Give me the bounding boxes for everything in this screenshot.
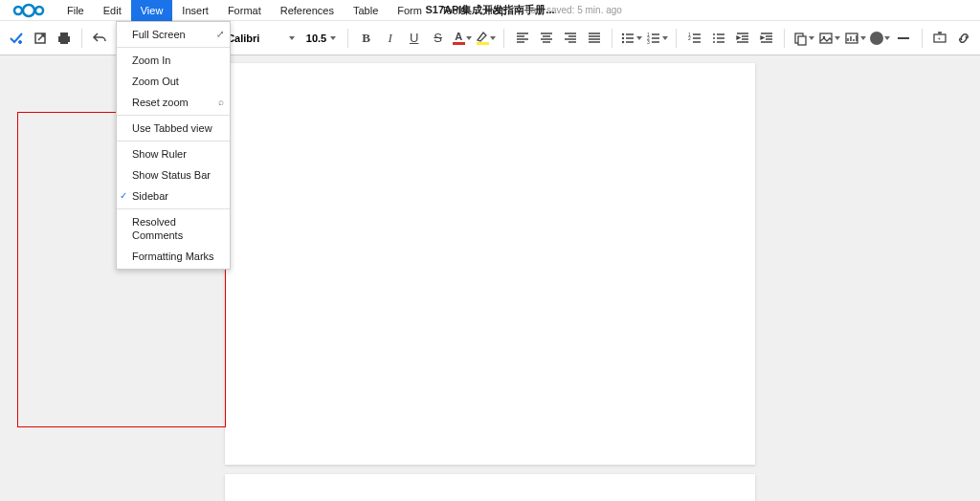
strikethrough-button[interactable]: S [428, 28, 448, 49]
svg-rect-16 [798, 36, 806, 45]
expand-icon: ⤢ [216, 28, 224, 41]
font-family-combo[interactable]: Calibri [223, 28, 299, 49]
search-icon: ⌕ [218, 96, 224, 109]
menu-resolved-comments[interactable]: Resolved Comments [117, 211, 230, 246]
align-left-button[interactable] [512, 28, 532, 49]
svg-point-12 [713, 33, 715, 35]
svg-point-5 [622, 36, 624, 38]
underline-button[interactable]: U [404, 28, 424, 49]
menu-table[interactable]: Table [344, 0, 388, 21]
ordered-list-button[interactable]: 12 [684, 28, 704, 49]
menu-use-tabbed[interactable]: Use Tabbed view [117, 118, 230, 139]
horizontal-rule-button[interactable] [894, 28, 914, 49]
menu-zoom-out[interactable]: Zoom Out [117, 71, 230, 92]
svg-point-1 [23, 5, 34, 16]
align-center-button[interactable] [536, 28, 556, 49]
print-button[interactable] [54, 28, 74, 49]
svg-point-2 [35, 7, 43, 14]
circle-icon [870, 32, 883, 45]
menu-show-ruler[interactable]: Show Ruler [117, 143, 230, 164]
insert-shape-button[interactable] [870, 32, 890, 45]
view-dropdown[interactable]: Full Screen⤢ Zoom In Zoom Out Reset zoom… [116, 21, 231, 270]
font-color-button[interactable]: A [452, 31, 472, 45]
bullet-list-button[interactable] [620, 31, 642, 46]
paste-button[interactable] [792, 31, 814, 46]
menu-insert[interactable]: Insert [172, 0, 218, 21]
menu-edit[interactable]: Edit [94, 0, 131, 21]
numbered-list-button[interactable]: 123 [646, 31, 668, 46]
svg-point-4 [622, 33, 624, 34]
unordered-list-button[interactable] [708, 28, 728, 49]
undo-button[interactable] [90, 28, 110, 49]
svg-point-6 [622, 40, 624, 42]
svg-text:3: 3 [647, 39, 650, 45]
accept-changes-button[interactable] [6, 28, 26, 49]
menu-references[interactable]: References [271, 0, 344, 21]
svg-point-14 [713, 41, 715, 43]
app-logo[interactable] [0, 3, 57, 18]
menu-view[interactable]: View [131, 0, 173, 21]
document-page-next[interactable] [225, 474, 755, 501]
insert-textbox-button[interactable]: + [930, 28, 950, 49]
font-size-combo[interactable]: 10.5 [302, 28, 340, 49]
menu-formatting-marks[interactable]: Formatting Marks [117, 246, 230, 267]
menu-zoom-in[interactable]: Zoom In [117, 50, 230, 71]
highlight-color-button[interactable] [476, 31, 496, 45]
svg-point-0 [14, 7, 22, 14]
insert-link-button[interactable] [954, 28, 974, 49]
document-page[interactable] [225, 63, 755, 465]
increase-indent-button[interactable] [756, 28, 776, 49]
document-title[interactable]: S17API集成开发指南手册... [425, 4, 554, 15]
open-external-button[interactable] [30, 28, 50, 49]
svg-point-3 [18, 40, 21, 43]
menu-show-status[interactable]: Show Status Bar [117, 164, 230, 185]
menu-full-screen[interactable]: Full Screen⤢ [117, 24, 230, 45]
menu-sidebar[interactable]: Sidebar [117, 185, 230, 207]
svg-text:+: + [938, 35, 942, 41]
decrease-indent-button[interactable] [732, 28, 752, 49]
insert-chart-button[interactable] [844, 31, 866, 46]
insert-image-button[interactable] [818, 31, 840, 46]
menu-format[interactable]: Format [218, 0, 271, 21]
align-right-button[interactable] [560, 28, 580, 49]
align-justify-button[interactable] [584, 28, 604, 49]
menu-reset-zoom[interactable]: Reset zoom⌕ [117, 92, 230, 113]
italic-button[interactable]: I [380, 28, 400, 49]
menu-file[interactable]: File [57, 0, 94, 21]
svg-point-13 [713, 37, 715, 39]
bold-button[interactable]: B [356, 28, 376, 49]
svg-text:2: 2 [688, 35, 691, 41]
